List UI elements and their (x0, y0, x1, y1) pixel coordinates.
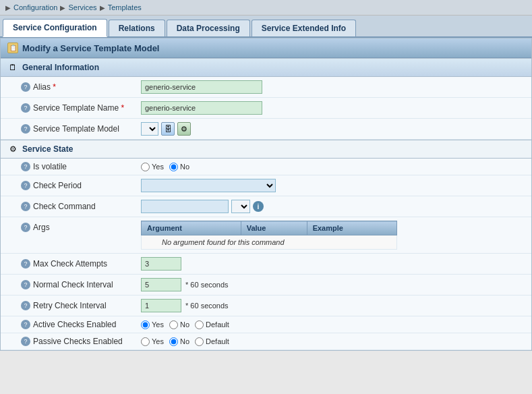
args-table: Argument Value Example No argument found… (141, 221, 397, 250)
service-state-table: ? Is volatile Yes No (1, 159, 531, 350)
is-volatile-row: ? Is volatile Yes No (1, 159, 531, 175)
retry-check-interval-suffix: * 60 seconds (185, 302, 229, 310)
check-command-input[interactable] (141, 200, 229, 213)
tab-service-extended-info[interactable]: Service Extended Info (252, 20, 356, 36)
normal-check-interval-label: Normal Check Interval (33, 280, 113, 289)
retry-check-interval-row: ? Retry Check Interval * 60 seconds (1, 296, 531, 316)
template-model-label: Service Template Model (33, 124, 119, 134)
is-volatile-help-icon[interactable]: ? (21, 162, 30, 171)
check-command-select[interactable]: ▼ (231, 200, 250, 213)
check-period-row: ? Check Period (1, 175, 531, 196)
template-model-row: ? Service Template Model 🗄 ⚙ (1, 119, 531, 140)
active-checks-row: ? Active Checks Enabled Yes No (1, 316, 531, 333)
retry-check-interval-input[interactable] (141, 299, 181, 312)
passive-checks-radio-group: Yes No Default (141, 337, 526, 346)
tab-relations[interactable]: Relations (109, 20, 165, 36)
alias-row: ? Alias * (1, 77, 531, 98)
passive-checks-yes-label[interactable]: Yes (141, 337, 164, 346)
is-volatile-no-label[interactable]: No (169, 163, 189, 171)
tab-service-configuration[interactable]: Service Configuration (3, 19, 107, 37)
breadcrumb-sep-2: ▶ (100, 4, 105, 11)
normal-check-interval-row: ? Normal Check Interval * 60 seconds (1, 275, 531, 296)
template-name-label: Service Template Name * (33, 103, 124, 113)
active-checks-no-label[interactable]: No (169, 320, 189, 329)
normal-check-interval-suffix: * 60 seconds (185, 281, 229, 289)
normal-check-interval-help-icon[interactable]: ? (21, 280, 30, 289)
check-period-select[interactable] (141, 179, 276, 192)
check-command-info-icon[interactable]: i (253, 201, 264, 212)
passive-checks-default-label[interactable]: Default (195, 337, 229, 346)
active-checks-radio-group: Yes No Default (141, 320, 526, 329)
is-volatile-yes-label[interactable]: Yes (141, 163, 164, 171)
breadcrumb: ▶ Configuration ▶ Services ▶ Templates (0, 0, 532, 16)
check-period-help-icon[interactable]: ? (21, 181, 30, 190)
active-checks-no-radio[interactable] (169, 320, 178, 329)
max-check-attempts-row: ? Max Check Attempts (1, 254, 531, 275)
tab-data-processing[interactable]: Data Processing (167, 20, 250, 36)
passive-checks-help-icon[interactable]: ? (21, 337, 30, 346)
args-row: ? Args Argument Value Example (1, 217, 531, 254)
service-state-icon: ⚙ (7, 144, 18, 154)
template-name-help-icon[interactable]: ? (21, 103, 30, 113)
template-model-select[interactable] (141, 122, 158, 136)
template-model-gear-button[interactable]: ⚙ (177, 122, 191, 136)
args-col-value: Value (241, 221, 307, 235)
max-check-attempts-input[interactable] (141, 257, 181, 271)
args-help-icon[interactable]: ? (21, 223, 30, 232)
breadcrumb-sep-1: ▶ (60, 4, 65, 11)
active-checks-default-label[interactable]: Default (195, 320, 229, 329)
args-col-argument: Argument (142, 221, 241, 235)
template-model-db-button[interactable]: 🗄 (161, 122, 175, 136)
args-label: Args (33, 223, 50, 232)
passive-checks-row: ? Passive Checks Enabled Yes No (1, 333, 531, 350)
page-title-icon: 📋 (7, 43, 18, 53)
passive-checks-no-radio[interactable] (169, 337, 178, 346)
alias-help-icon[interactable]: ? (21, 82, 30, 92)
template-name-row: ? Service Template Name * (1, 98, 531, 119)
retry-check-interval-help-icon[interactable]: ? (21, 301, 30, 310)
page-title: Modify a Service Template Model (22, 43, 159, 53)
check-period-label: Check Period (33, 181, 82, 190)
active-checks-yes-radio[interactable] (141, 320, 150, 329)
page-content: 📋 Modify a Service Template Model 🗒 Gene… (0, 38, 532, 351)
max-check-attempts-help-icon[interactable]: ? (21, 259, 30, 269)
normal-check-interval-input[interactable] (141, 278, 181, 291)
breadcrumb-configuration[interactable]: Configuration (13, 3, 57, 11)
general-info-icon: 🗒 (7, 62, 18, 73)
active-checks-yes-label[interactable]: Yes (141, 320, 164, 329)
check-command-row: ? Check Command ▼ i (1, 196, 531, 217)
breadcrumb-templates[interactable]: Templates (108, 3, 142, 11)
page-title-bar: 📋 Modify a Service Template Model (1, 38, 531, 58)
alias-input[interactable] (141, 80, 262, 94)
active-checks-label: Active Checks Enabled (33, 320, 116, 329)
template-model-help-icon[interactable]: ? (21, 124, 30, 134)
breadcrumb-services[interactable]: Services (68, 3, 96, 11)
active-checks-help-icon[interactable]: ? (21, 320, 30, 329)
is-volatile-label: Is volatile (33, 162, 67, 171)
is-volatile-no-radio[interactable] (169, 163, 178, 171)
is-volatile-radio-group: Yes No (141, 163, 526, 171)
service-state-title: Service State (22, 144, 73, 154)
args-col-example: Example (307, 221, 396, 235)
general-info-header: 🗒 General Information (1, 58, 531, 77)
is-volatile-yes-radio[interactable] (141, 163, 150, 171)
max-check-attempts-label: Max Check Attempts (33, 259, 107, 269)
service-state-header: ⚙ Service State (1, 140, 531, 159)
passive-checks-default-radio[interactable] (195, 337, 204, 346)
breadcrumb-arrow: ▶ (5, 4, 11, 11)
general-info-title: General Information (22, 63, 99, 72)
passive-checks-no-label[interactable]: No (169, 337, 189, 346)
template-name-input[interactable] (141, 101, 262, 115)
passive-checks-label: Passive Checks Enabled (33, 337, 123, 346)
check-command-label: Check Command (33, 202, 96, 211)
retry-check-interval-label: Retry Check Interval (33, 301, 107, 310)
args-no-data: No argument found for this command (142, 235, 397, 250)
tabs-bar: Service Configuration Relations Data Pro… (0, 16, 532, 38)
args-no-data-row: No argument found for this command (142, 235, 397, 250)
check-command-help-icon[interactable]: ? (21, 202, 30, 211)
general-info-table: ? Alias * ? Service Template Name * (1, 77, 531, 140)
alias-label: Alias * (33, 82, 56, 92)
passive-checks-yes-radio[interactable] (141, 337, 150, 346)
active-checks-default-radio[interactable] (195, 320, 204, 329)
